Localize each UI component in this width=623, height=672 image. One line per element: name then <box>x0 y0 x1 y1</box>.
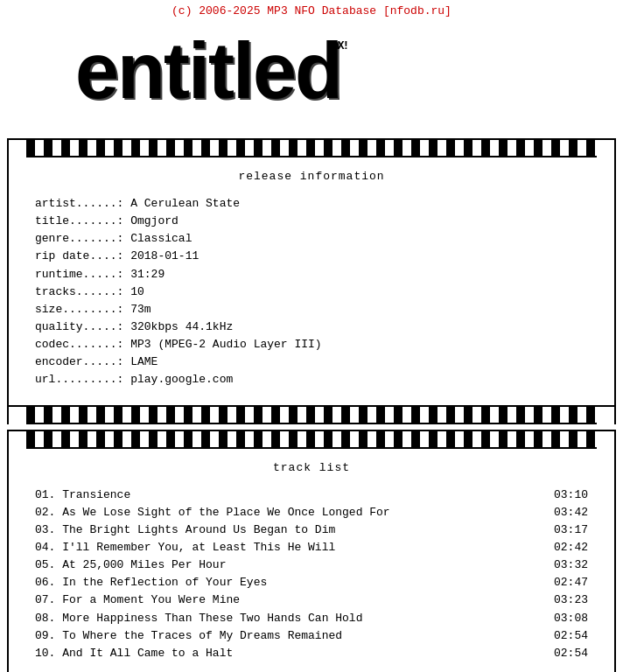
release-field-row: artist......: A Cerulean State <box>35 195 588 213</box>
track-name: 06. In the Reflection of Your Eyes <box>35 574 544 592</box>
release-field-row: quality.....: 320kbps 44.1kHz <box>35 318 588 336</box>
logo-canvas <box>49 32 574 128</box>
release-field-row: genre.......: Classical <box>35 230 588 248</box>
track-name: 05. At 25,000 Miles Per Hour <box>35 556 544 574</box>
release-bottom-border <box>9 405 614 423</box>
track-time: 03:17 <box>544 522 588 539</box>
track-time: 02:47 <box>544 574 588 592</box>
track-name: 09. To Where the Traces of My Dreams Rem… <box>35 627 544 645</box>
tracklist-title: track list <box>35 461 588 474</box>
track-row: 07. For a Moment You Were Mine03:23 <box>35 592 588 609</box>
logo-area <box>0 19 623 133</box>
release-title: release information <box>35 170 588 183</box>
track-name: 04. I'll Remember You, at Least This He … <box>35 539 544 556</box>
tracklist-section: track list 01. Transience03:1002. As We … <box>7 430 616 672</box>
track-time: 03:42 <box>544 504 588 522</box>
track-row: 04. I'll Remember You, at Least This He … <box>35 539 588 556</box>
release-field-row: url.........: play.google.com <box>35 371 588 388</box>
track-name: 02. As We Lose Sight of the Place We Onc… <box>35 504 544 522</box>
track-name: 01. Transience <box>35 486 544 504</box>
release-field-row: runtime.....: 31:29 <box>35 266 588 284</box>
track-time: 02:54 <box>544 627 588 645</box>
tracklist-body: track list 01. Transience03:1002. As We … <box>9 449 614 672</box>
track-name: 08. More Happiness Than These Two Hands … <box>35 610 544 627</box>
track-time: 02:54 <box>544 645 588 662</box>
release-info-table: artist......: A Cerulean Statetitle.....… <box>35 195 588 389</box>
track-row: 10. And It All Came to a Halt02:54 <box>35 645 588 662</box>
track-row: 05. At 25,000 Miles Per Hour03:32 <box>35 556 588 574</box>
track-row: 09. To Where the Traces of My Dreams Rem… <box>35 627 588 645</box>
copyright-bar: (c) 2006-2025 MP3 NFO Database [nfodb.ru… <box>0 0 623 19</box>
release-field-row: encoder.....: LAME <box>35 354 588 371</box>
tracklist-top-border <box>9 431 614 449</box>
track-name: 10. And It All Came to a Halt <box>35 645 544 662</box>
track-time: 03:08 <box>544 610 588 627</box>
release-field-row: size........: 73m <box>35 301 588 318</box>
copyright-text: (c) 2006-2025 MP3 NFO Database [nfodb.ru… <box>172 4 452 18</box>
release-body: release information artist......: A Ceru… <box>9 158 614 405</box>
track-row: 02. As We Lose Sight of the Place We Onc… <box>35 504 588 522</box>
track-time: 02:42 <box>544 539 588 556</box>
track-time: 03:10 <box>544 486 588 504</box>
release-field-row: codec.......: MP3 (MPEG-2 Audio Layer II… <box>35 336 588 354</box>
track-time: 03:23 <box>544 592 588 609</box>
track-name: 03. The Bright Lights Around Us Began to… <box>35 522 544 539</box>
track-time: 03:32 <box>544 556 588 574</box>
track-row: 01. Transience03:10 <box>35 486 588 504</box>
release-field-row: tracks......: 10 <box>35 284 588 301</box>
release-section: release information artist......: A Ceru… <box>7 138 616 424</box>
track-row: 06. In the Reflection of Your Eyes02:47 <box>35 574 588 592</box>
track-row: 03. The Bright Lights Around Us Began to… <box>35 522 588 539</box>
release-field-row: rip date....: 2018-01-11 <box>35 248 588 265</box>
track-name: 07. For a Moment You Were Mine <box>35 592 544 609</box>
release-field-row: title.......: Omgjord <box>35 213 588 230</box>
release-top-border <box>9 140 614 158</box>
track-list-container: 01. Transience03:1002. As We Lose Sight … <box>35 486 588 662</box>
track-row: 08. More Happiness Than These Two Hands … <box>35 610 588 627</box>
